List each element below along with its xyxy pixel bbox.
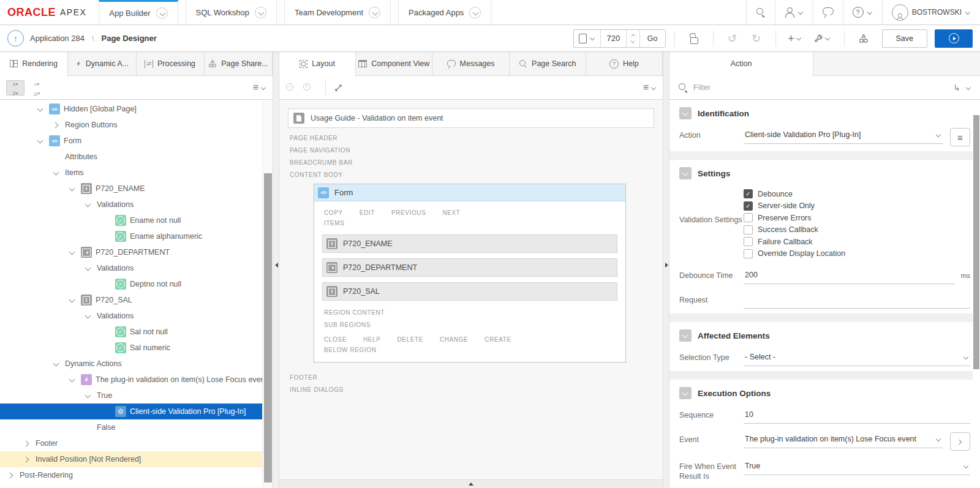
tree-chevron-down-icon[interactable] bbox=[51, 168, 61, 178]
nav-tab-app-builder[interactable]: App Builder bbox=[99, 0, 178, 24]
chevron-down-icon[interactable] bbox=[966, 85, 971, 91]
lock-button[interactable] bbox=[684, 29, 704, 48]
grid-link-help[interactable]: HELP bbox=[363, 336, 381, 343]
checkbox-override-display-location[interactable] bbox=[744, 249, 753, 258]
checkbox-failure-callback[interactable] bbox=[744, 237, 753, 246]
run-page-button[interactable] bbox=[935, 29, 973, 48]
grid-link-create[interactable]: CREATE bbox=[484, 336, 511, 343]
form-region-header[interactable]: Form bbox=[314, 184, 625, 201]
tree-node-attributes[interactable]: Attributes bbox=[0, 149, 262, 165]
tree-node-dynamic-actions[interactable]: Dynamic Actions bbox=[0, 356, 262, 372]
create-menu-button[interactable] bbox=[785, 29, 805, 48]
grid-link-copy[interactable]: COPY bbox=[324, 209, 343, 216]
go-button[interactable]: Go bbox=[639, 30, 665, 47]
tree-chevron-down-icon[interactable] bbox=[36, 136, 45, 146]
tab-processing[interactable]: Processing bbox=[137, 52, 205, 75]
filter-input[interactable] bbox=[693, 83, 948, 92]
checkbox-debounce[interactable] bbox=[744, 189, 753, 198]
tree-scrollbar[interactable] bbox=[262, 100, 273, 488]
tree-chevron-down-icon[interactable] bbox=[83, 200, 93, 209]
tree-chevron-down-icon[interactable] bbox=[83, 263, 93, 273]
tree-node-p720-sal[interactable]: P720_SAL bbox=[0, 292, 262, 308]
tree-menu-button[interactable] bbox=[253, 82, 266, 93]
tab-rendering[interactable]: Rendering bbox=[0, 52, 68, 76]
tree-node-footer[interactable]: Footer bbox=[0, 435, 262, 451]
event-select[interactable]: The plug-in validation on item(s) Lose F… bbox=[744, 432, 943, 448]
tree-node-p720-ename[interactable]: P720_ENAME bbox=[0, 181, 262, 197]
grid-link-next[interactable]: NEXT bbox=[442, 209, 460, 216]
expand-icon[interactable] bbox=[334, 83, 343, 92]
request-input[interactable] bbox=[745, 295, 969, 304]
help-menu-button[interactable] bbox=[843, 0, 882, 24]
tree-node-the-plug-in-validation-on-item-s-lose-focus-event[interactable]: The plug-in validation on item(s) Lose F… bbox=[0, 372, 262, 388]
page-number-input[interactable] bbox=[600, 30, 626, 47]
tree-chevron-down-icon[interactable] bbox=[83, 391, 93, 400]
feedback-button[interactable] bbox=[813, 0, 843, 24]
checkbox-preserve-errors[interactable] bbox=[744, 213, 753, 222]
bottom-splitter[interactable] bbox=[279, 479, 663, 488]
undo-button[interactable] bbox=[722, 29, 743, 48]
tab-component-view[interactable]: Component View bbox=[356, 52, 432, 75]
tab-page-share[interactable]: Page Share... bbox=[205, 52, 273, 75]
grid-link-previous[interactable]: PREVIOUS bbox=[391, 209, 426, 216]
tree-chevron-down-icon[interactable] bbox=[67, 295, 77, 305]
checkbox-success-callback[interactable] bbox=[744, 225, 753, 235]
grid-link-edit[interactable]: EDIT bbox=[360, 209, 375, 216]
tree-chevron-down-icon[interactable] bbox=[67, 184, 77, 193]
group-by-type-button[interactable] bbox=[28, 80, 46, 96]
oracle-apex-logo[interactable]: ORACLE APEX bbox=[0, 0, 99, 24]
tree-node-client-side-validation-pro-plug-in[interactable]: Client-side Validation Pro [Plug-In] bbox=[0, 404, 262, 419]
tree-node-sal-not-null[interactable]: Sal not null bbox=[0, 324, 262, 340]
scrollbar-thumb[interactable] bbox=[973, 115, 979, 369]
action-quickpick-button[interactable] bbox=[950, 128, 970, 146]
layout-item-p720-department[interactable]: P720_DEPARTMENT bbox=[322, 258, 617, 277]
tree-node-invalid-position-not-rendered[interactable]: Invalid Position [Not Rendered] bbox=[0, 451, 262, 467]
tree-node-deptno-not-null[interactable]: Deptno not null bbox=[0, 276, 262, 292]
tree-chevron-right-icon[interactable] bbox=[22, 454, 32, 464]
go-to-group-icon[interactable] bbox=[953, 83, 960, 92]
usage-guide-region[interactable]: Usage Guide - Validation on item event bbox=[288, 108, 654, 128]
fire-when-select[interactable]: True bbox=[744, 459, 970, 475]
tab-help[interactable]: Help bbox=[586, 52, 663, 75]
collapse-section-icon[interactable] bbox=[679, 329, 692, 342]
display-order-button[interactable] bbox=[6, 80, 24, 96]
zoom-in-icon[interactable] bbox=[303, 83, 312, 92]
tree-node-validations[interactable]: Validations bbox=[0, 308, 262, 324]
left-splitter[interactable] bbox=[273, 52, 279, 488]
page-number-stepper[interactable] bbox=[626, 30, 639, 47]
zoom-out-icon[interactable] bbox=[285, 83, 295, 92]
tab-layout[interactable]: Layout bbox=[279, 52, 356, 76]
tree-node-p720-department[interactable]: P720_DEPARTMENT bbox=[0, 244, 262, 260]
tab-action[interactable]: Action bbox=[669, 52, 813, 76]
tree-chevron-down-icon[interactable] bbox=[67, 375, 77, 385]
debounce-time-field[interactable] bbox=[744, 268, 955, 284]
tree-chevron-right-icon[interactable] bbox=[22, 438, 32, 448]
debounce-time-input[interactable] bbox=[745, 271, 954, 279]
tree-chevron-down-icon[interactable] bbox=[51, 359, 61, 369]
tree-node-validations[interactable]: Validations bbox=[0, 260, 262, 276]
sequence-input[interactable] bbox=[745, 410, 969, 419]
nav-tab-sql-workshop[interactable]: SQL Workshop bbox=[186, 0, 277, 24]
tab-dynamic-a[interactable]: Dynamic A... bbox=[68, 52, 136, 75]
nav-tab-team-development[interactable]: Team Development bbox=[284, 0, 391, 24]
sequence-field[interactable] bbox=[744, 408, 970, 424]
redo-button[interactable] bbox=[746, 29, 767, 48]
tree-node-ename-not-null[interactable]: Ename not null bbox=[0, 212, 262, 228]
administration-menu-button[interactable] bbox=[775, 0, 813, 24]
tree-node-items[interactable]: Items bbox=[0, 165, 262, 181]
tree-chevron-right-icon[interactable] bbox=[6, 470, 16, 480]
grid-link-close[interactable]: CLOSE bbox=[324, 336, 347, 343]
tree-chevron-right-icon[interactable] bbox=[51, 120, 61, 130]
global-search-button[interactable] bbox=[746, 0, 775, 24]
checkbox-server-side-only[interactable] bbox=[744, 201, 753, 211]
tab-messages[interactable]: Messages bbox=[432, 52, 509, 75]
user-menu-button[interactable]: BOSTROWSKI bbox=[882, 0, 980, 24]
nav-tab-packaged-apps[interactable]: Packaged Apps bbox=[398, 0, 491, 24]
form-region[interactable]: Form COPYEDITPREVIOUSNEXT ITEMS P720_ENA… bbox=[314, 184, 626, 362]
tree-node-false[interactable]: False bbox=[0, 419, 262, 435]
tree-node-hidden-global-page[interactable]: Hidden [Global Page] bbox=[0, 101, 262, 117]
breadcrumb-application[interactable]: Application 284 bbox=[30, 34, 85, 43]
tree-node-sal-numeric[interactable]: Sal numeric bbox=[0, 340, 262, 356]
collapse-section-icon[interactable] bbox=[679, 167, 692, 179]
tree-chevron-down-icon[interactable] bbox=[36, 104, 45, 114]
